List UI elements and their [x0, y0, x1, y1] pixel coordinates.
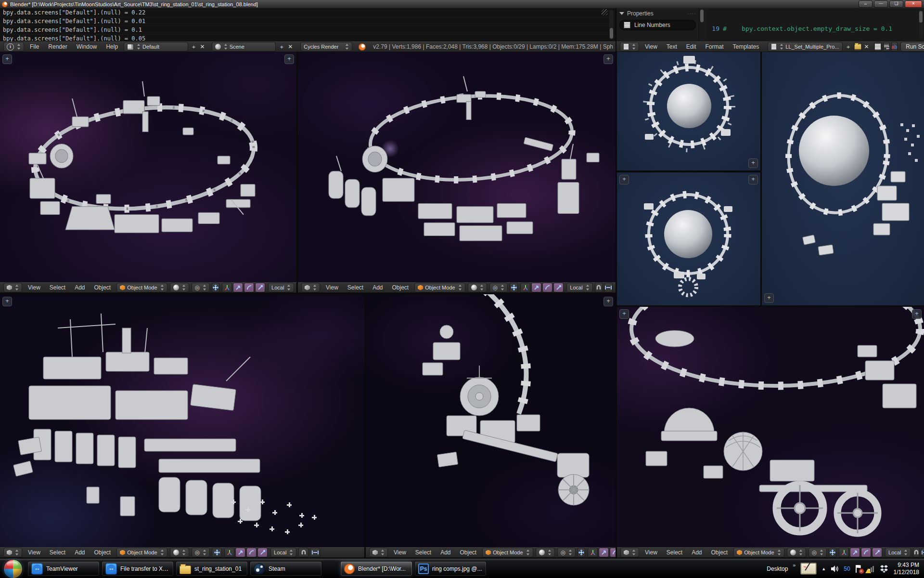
expand-properties-button[interactable]: + — [603, 54, 613, 64]
add-scene-button[interactable]: ＋ — [277, 43, 286, 51]
menu-view[interactable]: View — [24, 548, 45, 557]
viewport-canvas[interactable]: + — [0, 294, 364, 547]
proportional-edit-toggle[interactable] — [310, 548, 320, 557]
info-log-area[interactable]: bpy.data.screens["Default"].(null) = 0.2… — [0, 8, 616, 41]
expand-properties-button[interactable]: + — [912, 309, 922, 319]
code-scroll-thumb[interactable] — [919, 11, 923, 23]
translate-manipulator-toggle[interactable] — [599, 548, 609, 557]
delete-scene-button[interactable]: ✕ — [286, 43, 294, 50]
open-text-button[interactable] — [854, 42, 862, 52]
pivot-dropdown[interactable]: ◎ — [489, 283, 508, 292]
properties-panel-header[interactable]: Properties ···· — [619, 10, 696, 17]
snap-toggle[interactable] — [298, 548, 308, 557]
translate-manipulator-toggle[interactable] — [531, 283, 541, 292]
editor-type-button[interactable] — [3, 548, 22, 557]
tablet-pen-icon[interactable] — [800, 563, 817, 575]
minimize-button[interactable]: — — [874, 0, 888, 8]
panel-grip-icon[interactable]: ···· — [688, 11, 696, 16]
close-button[interactable]: × — [905, 0, 922, 8]
manipulator-toggle[interactable] — [578, 548, 585, 557]
text-editor-area[interactable]: Properties ···· Line Numbers 19# bpy.con… — [616, 8, 924, 41]
toggle-syntax-highlight-button[interactable]: ab — [891, 42, 898, 52]
expand-toolshelf-button[interactable]: + — [2, 54, 12, 64]
manipulator-toggle[interactable] — [212, 548, 222, 557]
editor-type-button[interactable] — [620, 42, 639, 52]
viewport-canvas[interactable]: + + — [617, 307, 924, 547]
console-scrollbar[interactable] — [609, 10, 614, 39]
console-scroll-thumb[interactable] — [610, 28, 613, 39]
axis-widget-toggle[interactable] — [224, 548, 234, 557]
expand-region-button[interactable]: + — [764, 293, 774, 303]
manipulator-toggle[interactable] — [510, 283, 518, 292]
menu-view[interactable]: View — [24, 283, 45, 292]
scene-selector[interactable]: Scene — [212, 42, 276, 52]
pivot-dropdown[interactable]: ◎ — [808, 548, 827, 557]
expand-toolshelf-button[interactable]: + — [2, 297, 12, 306]
menu-window[interactable]: Window — [72, 42, 102, 52]
expand-region-button[interactable]: + — [748, 158, 758, 168]
viewport-canvas[interactable]: + — [617, 52, 760, 171]
taskbar-button-teamviewer[interactable]: TeamViewer — [27, 561, 100, 576]
menu-view[interactable]: View — [641, 42, 662, 52]
snap-toggle[interactable] — [296, 283, 296, 292]
menu-object[interactable]: Object — [90, 283, 116, 292]
axis-widget-toggle[interactable] — [222, 283, 232, 292]
taskbar-button-steam[interactable]: Steam — [250, 561, 322, 576]
scale-manipulator-toggle[interactable] — [257, 548, 268, 557]
taskbar-clock[interactable]: 9:43 PM 1/12/2018 — [894, 562, 919, 576]
shading-dropdown[interactable] — [787, 548, 806, 557]
menu-object[interactable]: Object — [388, 283, 413, 292]
new-text-button[interactable]: ＋ — [844, 43, 853, 51]
proportional-edit-toggle[interactable] — [604, 283, 613, 292]
start-button[interactable] — [3, 559, 23, 578]
snap-toggle[interactable] — [913, 548, 920, 557]
desktop-toolbar[interactable]: Desktop» — [767, 565, 796, 572]
shading-dropdown[interactable] — [468, 283, 487, 292]
toggle-line-numbers-button[interactable] — [874, 42, 882, 52]
toggle-word-wrap-button[interactable] — [883, 42, 890, 52]
menu-view[interactable]: View — [389, 548, 411, 557]
viewport-canvas[interactable]: + — [298, 52, 616, 282]
viewport-canvas[interactable]: + + — [0, 52, 296, 282]
menu-select[interactable]: Select — [45, 548, 70, 557]
expand-region-button[interactable]: + — [619, 175, 629, 184]
editor-type-button[interactable] — [301, 283, 320, 292]
manipulator-toggle[interactable] — [829, 548, 836, 557]
speaker-icon[interactable] — [831, 565, 839, 572]
render-engine-selector[interactable]: Cycles Render — [300, 42, 352, 52]
editor-type-button[interactable] — [620, 548, 639, 557]
mode-dropdown[interactable]: Object Mode — [414, 283, 465, 292]
menu-add[interactable]: Add — [70, 548, 89, 557]
editor-type-button[interactable] — [369, 548, 388, 557]
scale-manipulator-toggle[interactable] — [255, 283, 265, 292]
restore-button[interactable]: ❏ — [889, 0, 903, 8]
window-titlebar[interactable]: Blender* [D:\Work\Projects\TinMoonStudio… — [0, 0, 924, 8]
axis-widget-toggle[interactable] — [520, 283, 530, 292]
menu-help[interactable]: Help — [102, 42, 122, 52]
area-resize-grip[interactable] — [602, 9, 608, 15]
orientation-dropdown[interactable]: Local — [885, 548, 911, 557]
screen-layout-selector[interactable]: Default — [124, 42, 188, 52]
text-datablock-selector[interactable]: LL_Set_Multiple_Pro... — [768, 42, 842, 52]
menu-object[interactable]: Object — [707, 548, 732, 557]
text-panel-scrollbar[interactable] — [699, 8, 705, 41]
viewport-canvas[interactable]: + + — [617, 172, 760, 305]
scale-manipulator-toggle[interactable] — [872, 548, 882, 557]
translate-manipulator-toggle[interactable] — [850, 548, 860, 557]
menu-add[interactable]: Add — [687, 548, 706, 557]
axis-widget-toggle[interactable] — [839, 548, 849, 557]
orientation-dropdown[interactable]: Local — [566, 283, 592, 292]
mode-dropdown[interactable]: Object Mode — [116, 283, 167, 292]
code-scrollbar[interactable] — [919, 10, 923, 39]
mode-dropdown[interactable]: Object Mode — [482, 548, 533, 557]
rotate-manipulator-toggle[interactable] — [861, 548, 871, 557]
viewport-canvas[interactable]: + — [762, 52, 924, 305]
menu-add[interactable]: Add — [368, 283, 387, 292]
menu-select[interactable]: Select — [411, 548, 436, 557]
menu-select[interactable]: Select — [662, 548, 687, 557]
expand-region-button[interactable]: + — [748, 175, 758, 184]
taskbar-button-folder[interactable]: st_ring_station_01 — [176, 561, 248, 576]
menu-add[interactable]: Add — [436, 548, 455, 557]
menu-templates[interactable]: Templates — [729, 42, 764, 52]
pivot-dropdown[interactable]: ◎ — [192, 548, 210, 557]
